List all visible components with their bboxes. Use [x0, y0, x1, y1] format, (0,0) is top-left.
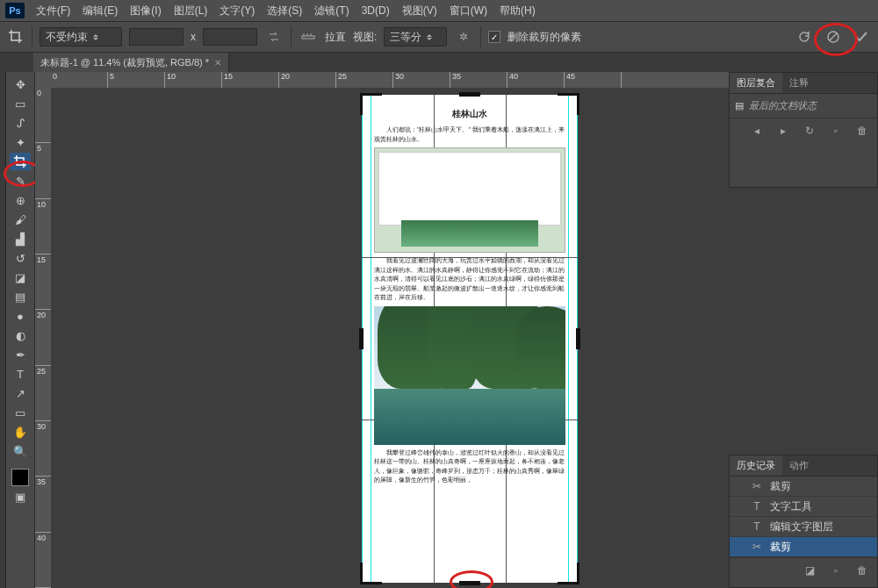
- snapshot-icon[interactable]: ◪: [800, 561, 819, 580]
- options-bar: 不受约束 x 拉直 视图: 三等分 ✲ ✓ 删除裁剪的像素: [0, 21, 878, 53]
- reset-icon[interactable]: [795, 27, 815, 47]
- crop-icon: ✂: [751, 480, 763, 492]
- menu-layer[interactable]: 图层(L): [168, 1, 214, 21]
- height-input[interactable]: [203, 28, 257, 46]
- history-list: ✂裁剪 T文字工具 T编辑文字图层 ✂裁剪: [730, 477, 877, 557]
- straighten-icon[interactable]: [299, 27, 318, 47]
- delete-crop-label: 删除裁剪的像素: [507, 30, 581, 45]
- menu-view[interactable]: 视图(V): [396, 1, 443, 21]
- hand-tool-icon[interactable]: ✋: [10, 423, 31, 441]
- history-brush-tool-icon[interactable]: ↺: [10, 249, 31, 267]
- svg-rect-0: [302, 36, 314, 39]
- ruler-corner: [35, 72, 52, 89]
- toolbox: ✥ ▭ ᔑ ✦ ✎ ⊕ 🖌 ▟ ↺ ◪ ▤ ● ◐ ✒ T ↗ ▭ ✋ 🔍 ▣: [6, 72, 35, 588]
- menu-image[interactable]: 图像(I): [124, 1, 167, 21]
- ruler-vertical[interactable]: 0510152025303540: [35, 88, 52, 588]
- document-tab-strip: 未标题-1 @ 11.4% (裁剪预览, RGB/8) * ✕: [0, 53, 878, 73]
- menu-text[interactable]: 文字(Y): [213, 1, 261, 21]
- tab-notes[interactable]: 注释: [782, 73, 816, 93]
- crop-tool-icon[interactable]: [10, 153, 31, 170]
- history-item[interactable]: T文字工具: [730, 497, 877, 517]
- magic-wand-tool-icon[interactable]: ✦: [10, 133, 31, 151]
- screen-mode-icon[interactable]: ▣: [10, 488, 31, 506]
- type-tool-icon[interactable]: T: [10, 365, 31, 383]
- view-value: 三等分: [390, 30, 421, 45]
- document-state-icon: ▤: [735, 100, 744, 111]
- last-document-state: 最后的文档状态: [749, 99, 817, 112]
- lasso-tool-icon[interactable]: ᔑ: [10, 114, 31, 132]
- history-panel: 历史记录 动作 ✂裁剪 T文字工具 T编辑文字图层 ✂裁剪 ◪ ▫ 🗑: [729, 455, 878, 588]
- heal-tool-icon[interactable]: ⊕: [10, 191, 31, 209]
- embedded-screenshot: [374, 147, 565, 253]
- gear-icon[interactable]: ✲: [454, 27, 473, 47]
- tab-layer-comps[interactable]: 图层复合: [730, 73, 782, 93]
- width-input[interactable]: [129, 28, 184, 46]
- menu-edit[interactable]: 编辑(E): [76, 1, 124, 21]
- doc-title: 桂林山水: [369, 107, 571, 120]
- tab-history[interactable]: 历史记录: [730, 455, 782, 476]
- new-icon[interactable]: ▫: [826, 121, 846, 140]
- trash-icon[interactable]: 🗑: [853, 121, 872, 140]
- doc-para-3: 我攀登过峰峦雄伟的泰山，游览过红叶似火的香山，却从没看见过桂林这一带的山。桂林的…: [374, 448, 565, 485]
- layer-comps-panel: 图层复合 注释 ▤ 最后的文档状态 ◂ ▸ ↻ ▫ 🗑: [729, 72, 878, 188]
- crop-handle-right[interactable]: [576, 328, 580, 349]
- delete-crop-checkbox[interactable]: ✓: [488, 31, 500, 43]
- crop-tool-icon: [7, 28, 25, 46]
- close-tab-icon[interactable]: ✕: [214, 58, 221, 68]
- tab-actions[interactable]: 动作: [782, 455, 816, 476]
- new-state-icon[interactable]: ▫: [826, 561, 846, 580]
- x-separator: x: [191, 31, 196, 43]
- menu-help[interactable]: 帮助(H): [493, 1, 542, 21]
- commit-crop-icon[interactable]: [852, 27, 871, 47]
- eraser-tool-icon[interactable]: ◪: [10, 269, 31, 286]
- view-dropdown[interactable]: 三等分: [384, 27, 447, 47]
- left-dock-strip[interactable]: [0, 72, 6, 588]
- type-icon: T: [751, 500, 763, 513]
- history-item[interactable]: T编辑文字图层: [730, 517, 877, 537]
- menu-3d[interactable]: 3D(D): [356, 2, 396, 19]
- cancel-crop-icon[interactable]: [824, 27, 843, 47]
- zoom-tool-icon[interactable]: 🔍: [10, 442, 31, 460]
- menu-window[interactable]: 窗口(W): [443, 1, 493, 21]
- document-tab-label: 未标题-1 @ 11.4% (裁剪预览, RGB/8) *: [40, 56, 209, 69]
- menu-filter[interactable]: 滤镜(T): [308, 1, 355, 21]
- history-item[interactable]: ✂裁剪: [730, 477, 877, 497]
- marquee-tool-icon[interactable]: ▭: [10, 95, 31, 112]
- path-tool-icon[interactable]: ↗: [10, 384, 31, 402]
- dodge-tool-icon[interactable]: ◐: [10, 326, 31, 344]
- pen-tool-icon[interactable]: ✒: [10, 346, 31, 363]
- menu-select[interactable]: 选择(S): [261, 1, 308, 21]
- straighten-label: 拉直: [325, 30, 346, 45]
- ratio-dropdown[interactable]: 不受约束: [40, 27, 122, 47]
- shape-tool-icon[interactable]: ▭: [10, 404, 31, 421]
- stamp-tool-icon[interactable]: ▟: [10, 230, 31, 247]
- history-item[interactable]: ✂裁剪: [730, 537, 877, 557]
- doc-para-2: 我看见过波澜壮阔的大海，玩赏过水平如镜的西湖，却从没看见过漓江这样的水。漓江的水…: [374, 256, 565, 303]
- eyedropper-tool-icon[interactable]: ✎: [10, 172, 31, 190]
- foreground-swatch[interactable]: [11, 469, 29, 486]
- move-tool-icon[interactable]: ✥: [10, 75, 31, 93]
- menu-file[interactable]: 文件(F): [30, 1, 76, 21]
- view-label: 视图:: [353, 30, 377, 45]
- crop-icon: ✂: [751, 541, 763, 553]
- menu-bar: Ps 文件(F) 编辑(E) 图像(I) 图层(L) 文字(Y) 选择(S) 滤…: [0, 0, 878, 21]
- scenic-photo: [374, 306, 565, 445]
- doc-para-1: 人们都说："桂林山水甲天下。" 我们乘着木船，荡漾在漓江上，来观赏桂林的山水。: [374, 125, 565, 144]
- brush-tool-icon[interactable]: 🖌: [10, 211, 31, 228]
- document[interactable]: 桂林山水 人们都说："桂林山水甲天下。" 我们乘着木船，荡漾在漓江上，来观赏桂林…: [362, 95, 578, 583]
- ps-logo: Ps: [5, 3, 25, 18]
- blur-tool-icon[interactable]: ●: [10, 307, 31, 325]
- update-icon[interactable]: ↻: [800, 121, 819, 140]
- swap-icon[interactable]: [264, 27, 284, 47]
- document-tab[interactable]: 未标题-1 @ 11.4% (裁剪预览, RGB/8) * ✕: [33, 53, 229, 72]
- prev-icon[interactable]: ◂: [747, 121, 766, 140]
- crop-handle-bottom[interactable]: [459, 581, 480, 585]
- play-icon[interactable]: ▸: [774, 121, 793, 140]
- type-icon: T: [751, 520, 763, 533]
- crop-handle-left[interactable]: [359, 328, 363, 349]
- trash-icon[interactable]: 🗑: [853, 561, 872, 580]
- document-content: 桂林山水 人们都说："桂林山水甲天下。" 我们乘着木船，荡漾在漓江上，来观赏桂林…: [369, 102, 571, 576]
- gradient-tool-icon[interactable]: ▤: [10, 288, 31, 305]
- ratio-value: 不受约束: [46, 30, 88, 45]
- crop-handle-top[interactable]: [459, 92, 480, 97]
